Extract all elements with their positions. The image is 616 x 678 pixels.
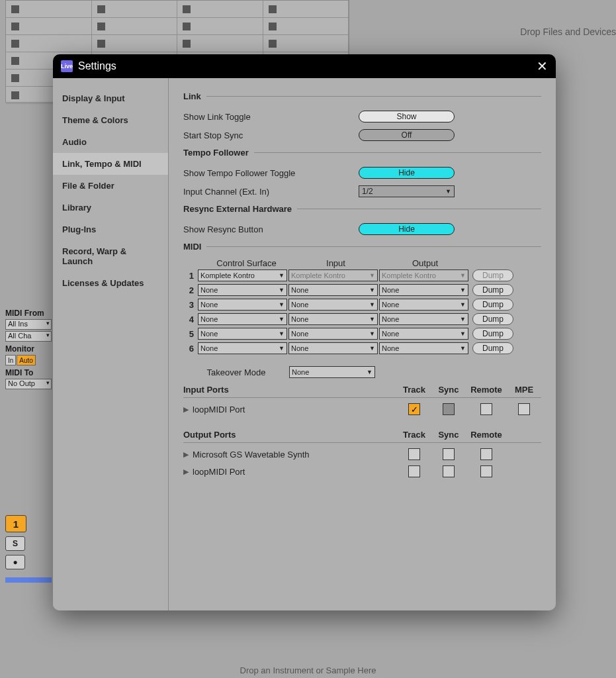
input-ports-title: Input Ports (183, 385, 397, 395)
start-stop-sync-label: Start Stop Sync (183, 130, 359, 140)
dialog-title: Settings (78, 60, 116, 72)
monitor-label: Monitor (5, 344, 52, 354)
input-ports-col-sync: Sync (431, 385, 466, 395)
midi-out-select[interactable]: Komplete Kontro (379, 269, 468, 281)
midi-dump-button[interactable]: Dump (472, 313, 513, 325)
sidebar-item-theme-colors[interactable]: Theme & Colors (53, 109, 168, 131)
output-port-name: loopMIDI Port (193, 467, 397, 477)
sidebar-item-plug-ins[interactable]: Plug-Ins (53, 218, 168, 240)
midi-from-label: MIDI From (5, 309, 52, 318)
sidebar-item-link-tempo-midi[interactable]: Link, Tempo & MIDI (53, 153, 168, 175)
midi-in-select[interactable]: None (288, 328, 378, 340)
midi-out-select[interactable]: None (379, 328, 468, 340)
solo-button[interactable]: S (5, 536, 25, 551)
midi-head-input: Input (291, 258, 380, 268)
output-port-track-checkbox[interactable] (408, 448, 420, 460)
midi-slot-number: 1 (183, 271, 198, 281)
midi-from-input[interactable]: All Ins (5, 319, 52, 330)
app-icon: Live (61, 60, 73, 72)
input-channel-select[interactable]: 1/2 (359, 185, 455, 197)
takeover-mode-select[interactable]: None (289, 366, 375, 378)
midi-slot-row: 3NoneNoneNoneDump (183, 297, 541, 312)
show-tempo-follower-button[interactable]: Hide (359, 167, 455, 179)
monitor-in-button[interactable]: In (5, 355, 16, 365)
show-resync-label: Show Resync Button (183, 224, 359, 234)
sidebar-item-record-warp-launch[interactable]: Record, Warp & Launch (53, 240, 168, 272)
output-port-remote-checkbox[interactable] (480, 448, 492, 460)
input-port-mpe-checkbox[interactable] (518, 403, 530, 415)
midi-out-select[interactable]: None (379, 284, 468, 296)
midi-slot-row: 1Komplete KontroKomplete KontroKomplete … (183, 268, 541, 283)
section-link-title: Link (183, 91, 201, 101)
input-port-sync-checkbox[interactable] (443, 403, 455, 415)
show-link-toggle-label: Show Link Toggle (183, 112, 359, 122)
input-port-remote-checkbox[interactable] (480, 403, 492, 415)
output-port-sync-checkbox[interactable] (443, 465, 455, 477)
expand-icon[interactable]: ▶ (183, 467, 193, 476)
close-icon[interactable]: ✕ (537, 58, 548, 74)
monitor-auto-button[interactable]: Auto (17, 355, 36, 365)
output-ports-col-sync: Sync (431, 430, 466, 440)
show-tempo-follower-label: Show Tempo Follower Toggle (183, 168, 359, 178)
midi-out-select[interactable]: None (379, 342, 468, 354)
midi-dump-button[interactable]: Dump (472, 284, 513, 296)
midi-cs-select[interactable]: None (198, 342, 287, 354)
output-port-track-checkbox[interactable] (408, 465, 420, 477)
midi-dump-button[interactable]: Dump (472, 328, 513, 340)
sidebar-item-audio[interactable]: Audio (53, 131, 168, 153)
settings-content: Link Show Link Toggle Show Start Stop Sy… (169, 78, 556, 610)
output-port-sync-checkbox[interactable] (443, 448, 455, 460)
midi-head-control-surface: Control Surface (202, 258, 291, 268)
midi-in-select[interactable]: None (288, 342, 378, 354)
show-resync-button[interactable]: Hide (359, 223, 455, 235)
sidebar-item-licenses-updates[interactable]: Licenses & Updates (53, 272, 168, 294)
track-number-button[interactable]: 1 (5, 515, 26, 532)
expand-icon[interactable]: ▶ (183, 450, 193, 459)
settings-sidebar: Display & InputTheme & ColorsAudioLink, … (53, 78, 169, 610)
input-port-track-checkbox[interactable]: ✓ (408, 403, 420, 415)
midi-dump-button[interactable]: Dump (472, 342, 513, 354)
midi-from-channel[interactable]: All Cha (5, 331, 52, 342)
record-arm-button[interactable]: ● (5, 555, 25, 569)
midi-dump-button[interactable]: Dump (472, 299, 513, 311)
midi-cs-select[interactable]: None (198, 299, 287, 311)
input-port-name: loopMIDI Port (193, 405, 397, 414)
section-resync-title: Resync External Hardware (183, 204, 292, 214)
section-tempo-title: Tempo Follower (183, 148, 249, 158)
midi-cs-select[interactable]: None (198, 313, 287, 325)
drop-files-hint: Drop Files and Devices (520, 26, 616, 37)
midi-to-output[interactable]: No Outp (5, 379, 52, 389)
midi-slot-row: 5NoneNoneNoneDump (183, 326, 541, 341)
midi-in-select[interactable]: None (288, 313, 378, 325)
takeover-mode-label: Takeover Mode (183, 367, 289, 377)
settings-dialog: Live Settings ✕ Display & InputTheme & C… (53, 54, 556, 610)
show-link-toggle-button[interactable]: Show (359, 111, 455, 122)
midi-slot-number: 4 (183, 315, 198, 324)
midi-out-select[interactable]: None (379, 299, 468, 311)
midi-slot-row: 2NoneNoneNoneDump (183, 283, 541, 297)
output-port-remote-checkbox[interactable] (480, 465, 492, 477)
input-ports-col-remote: Remote (466, 385, 507, 395)
midi-in-select[interactable]: None (288, 299, 378, 311)
drop-instrument-hint: Drop an Instrument or Sample Here (0, 665, 616, 675)
sidebar-item-file-folder[interactable]: File & Folder (53, 175, 168, 197)
input-channel-label: Input Channel (Ext. In) (183, 187, 359, 197)
sidebar-item-library[interactable]: Library (53, 197, 168, 218)
output-ports-title: Output Ports (183, 430, 397, 440)
midi-slot-number: 2 (183, 285, 198, 295)
start-stop-sync-button[interactable]: Off (359, 129, 455, 141)
midi-in-select[interactable]: None (288, 284, 378, 296)
midi-in-select[interactable]: Komplete Kontro (288, 269, 378, 281)
track-io-panel: MIDI From All Ins All Cha Monitor In Aut… (5, 306, 52, 569)
titlebar: Live Settings ✕ (53, 54, 556, 78)
midi-head-output: Output (380, 258, 470, 268)
section-midi-title: MIDI (183, 242, 201, 252)
expand-icon[interactable]: ▶ (183, 405, 193, 414)
midi-out-select[interactable]: None (379, 313, 468, 325)
midi-dump-button[interactable]: Dump (472, 269, 513, 281)
midi-cs-select[interactable]: None (198, 328, 287, 340)
midi-slot-number: 5 (183, 329, 198, 339)
midi-cs-select[interactable]: None (198, 284, 287, 296)
sidebar-item-display-input[interactable]: Display & Input (53, 87, 168, 109)
midi-cs-select[interactable]: Komplete Kontro (198, 269, 287, 281)
